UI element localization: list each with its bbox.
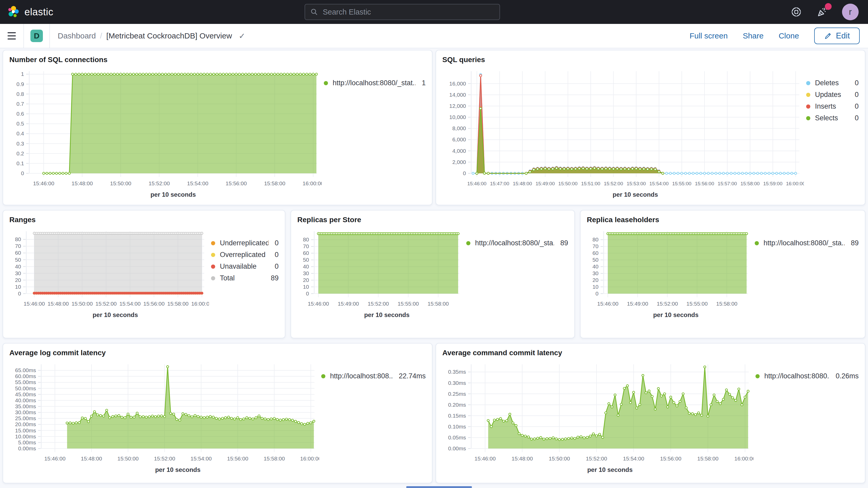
saved-check-icon[interactable]: ✓ <box>239 31 245 40</box>
svg-text:15:46:00: 15:46:00 <box>24 301 45 307</box>
series-color-dot <box>806 81 810 85</box>
legend-item[interactable]: http://localhost:8080/_sta...89 <box>466 239 568 247</box>
legend-item[interactable]: Deletes0 <box>806 79 859 87</box>
svg-text:15:46:00: 15:46:00 <box>467 181 487 186</box>
svg-text:10.00ms: 10.00ms <box>15 433 36 439</box>
svg-text:60: 60 <box>15 250 21 256</box>
legend: http://localhost:8080/_stat...1 <box>322 67 426 91</box>
svg-text:1: 1 <box>21 71 24 77</box>
panel-ranges: Ranges 0102030405060708015:46:0015:48:00… <box>3 210 285 338</box>
panel-replica-leaseholders: Replica leaseholders 0102030405060708015… <box>580 210 865 338</box>
clone-button[interactable]: Clone <box>779 31 799 40</box>
legend-item[interactable]: http://localhost:808...22.74ms <box>321 372 426 380</box>
space-selector[interactable]: D <box>24 24 50 48</box>
legend-value: 0 <box>848 102 859 111</box>
user-avatar[interactable]: r <box>842 4 859 20</box>
panel-title: Average log commit latency <box>9 349 426 357</box>
legend: http://localhost:8080...0.26ms <box>753 360 859 384</box>
svg-text:40: 40 <box>15 264 21 270</box>
svg-text:0.10ms: 0.10ms <box>448 424 466 430</box>
legend-item[interactable]: Overreplicated0 <box>211 251 279 259</box>
svg-text:10: 10 <box>15 284 21 290</box>
elastic-logo-icon <box>7 6 20 18</box>
chart-sql-queries: 02,0004,0006,0008,00010,00012,00014,0001… <box>442 67 804 198</box>
svg-text:15:52:00: 15:52:00 <box>149 180 170 186</box>
share-button[interactable]: Share <box>743 31 764 40</box>
svg-text:15:48:00: 15:48:00 <box>513 181 532 186</box>
legend-item[interactable]: Inserts0 <box>806 102 859 111</box>
svg-text:15:58:00: 15:58:00 <box>740 181 760 186</box>
search-input[interactable] <box>322 7 494 17</box>
legend: http://localhost:8080/_sta...89 <box>753 227 859 251</box>
horizontal-scrollbar-thumb[interactable] <box>406 486 472 488</box>
svg-text:60: 60 <box>303 250 309 256</box>
svg-text:0: 0 <box>463 170 466 176</box>
legend-value: 89 <box>845 239 859 247</box>
panel-title: Replica leaseholders <box>587 216 859 224</box>
panel-log-commit-latency: Average log commit latency 0.00ms5.00ms1… <box>3 343 432 483</box>
help-icon[interactable] <box>790 6 803 18</box>
svg-text:20: 20 <box>303 277 309 283</box>
newsfeed-icon[interactable] <box>816 6 829 18</box>
panel-title: SQL queries <box>442 56 859 64</box>
svg-text:15:50:00: 15:50:00 <box>71 301 93 307</box>
legend-item[interactable]: Updates0 <box>806 91 859 99</box>
svg-text:70: 70 <box>592 243 598 249</box>
svg-text:15:46:00: 15:46:00 <box>44 456 65 461</box>
edit-button[interactable]: Edit <box>814 28 860 44</box>
legend-value: 89 <box>554 239 568 247</box>
svg-text:15.00ms: 15.00ms <box>15 427 36 433</box>
svg-text:15:54:00: 15:54:00 <box>119 301 141 307</box>
series-color-dot <box>755 241 759 245</box>
svg-text:15:58:00: 15:58:00 <box>264 180 285 186</box>
svg-text:2,000: 2,000 <box>452 159 466 165</box>
chart-replicas-per-store: 0102030405060708015:46:0015:49:0015:52:0… <box>297 227 464 318</box>
breadcrumb-dashboard-link[interactable]: Dashboard <box>58 31 96 40</box>
svg-text:30: 30 <box>15 270 21 276</box>
svg-text:50: 50 <box>303 257 309 263</box>
legend-item[interactable]: Underreplicated0 <box>211 239 279 247</box>
svg-text:40: 40 <box>592 264 598 270</box>
panel-title: Number of SQL connections <box>9 56 426 64</box>
legend-label: http://localhost:8080... <box>764 372 829 380</box>
menu-icon[interactable] <box>0 24 24 48</box>
legend-value: 0 <box>848 114 859 122</box>
svg-text:0.20ms: 0.20ms <box>448 402 466 408</box>
svg-text:per 10 seconds: per 10 seconds <box>364 311 410 318</box>
svg-text:16:00:00: 16:00:00 <box>191 301 209 307</box>
legend-label: Deletes <box>815 79 839 87</box>
legend-item[interactable]: http://localhost:8080...0.26ms <box>755 372 859 380</box>
series-color-dot <box>321 374 326 378</box>
chart-log-commit-latency: 0.00ms5.00ms10.00ms15.00ms20.00ms25.00ms… <box>9 360 319 474</box>
series-color-dot <box>211 265 215 269</box>
legend-value: 0 <box>848 91 859 99</box>
svg-text:0.00ms: 0.00ms <box>18 446 36 451</box>
svg-text:30: 30 <box>592 270 598 276</box>
global-search[interactable] <box>305 4 500 20</box>
legend-item[interactable]: http://localhost:8080/_sta...89 <box>755 239 859 247</box>
svg-text:0.35ms: 0.35ms <box>448 369 466 375</box>
svg-text:15:52:00: 15:52:00 <box>586 456 607 461</box>
legend-item[interactable]: http://localhost:8080/_stat...1 <box>324 79 426 87</box>
search-icon <box>310 8 318 16</box>
legend-item[interactable]: Total89 <box>211 274 279 282</box>
svg-text:15:46:00: 15:46:00 <box>474 456 496 461</box>
legend-item[interactable]: Unavailable0 <box>211 263 279 271</box>
svg-text:per 10 seconds: per 10 seconds <box>653 311 699 318</box>
svg-text:16:00:00: 16:00:00 <box>735 456 753 461</box>
svg-text:15:56:00: 15:56:00 <box>660 456 681 461</box>
legend-value: 0 <box>269 251 279 259</box>
svg-text:0.6: 0.6 <box>17 111 24 117</box>
svg-text:16,000: 16,000 <box>450 81 466 87</box>
svg-text:0.8: 0.8 <box>17 91 24 97</box>
elastic-logo[interactable]: elastic <box>0 6 53 18</box>
chart-sql-connections: 00.10.20.30.40.50.60.70.80.9115:46:0015:… <box>9 67 322 198</box>
svg-text:15:49:00: 15:49:00 <box>338 301 359 307</box>
svg-text:0: 0 <box>306 291 309 297</box>
svg-text:5.00ms: 5.00ms <box>18 439 36 446</box>
svg-text:4,000: 4,000 <box>452 148 466 154</box>
full-screen-button[interactable]: Full screen <box>689 31 728 40</box>
svg-text:per 10 seconds: per 10 seconds <box>587 466 633 473</box>
legend-item[interactable]: Selects0 <box>806 114 859 122</box>
legend-label: Unavailable <box>220 263 256 271</box>
